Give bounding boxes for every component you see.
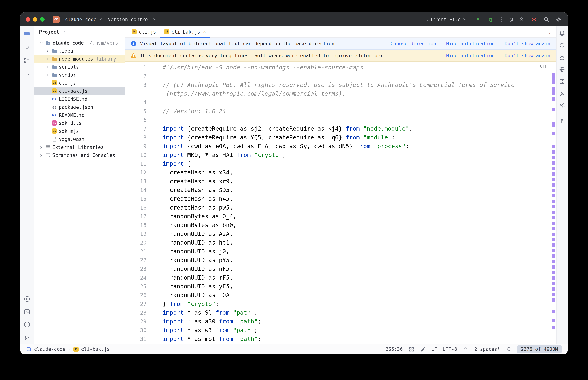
banner-link-hide-notification[interactable]: Hide notification [446,53,495,58]
shield-icon[interactable] [506,346,511,352]
js-file-icon: JS [73,347,79,352]
line-number: 29 [125,317,146,326]
version-control-menu[interactable]: Version control [105,16,159,23]
code-line: 27} from "crypto"; [125,300,556,308]
more-tools-icon[interactable]: ⋯ [23,71,31,78]
tab-close-icon[interactable]: × [203,29,206,35]
tree-item-yoga-wasm[interactable]: yoga.wasm [34,135,125,143]
line-number: 7 [125,124,146,133]
project-menu[interactable]: claude-code [62,16,105,23]
tree-item-external-libraries[interactable]: External Libraries [34,143,125,151]
banner-link-choose-direction[interactable]: Choose direction [390,41,436,46]
tree-item-package-json[interactable]: {}package.json [34,103,125,111]
plugins-grid-icon[interactable] [558,78,566,85]
memory-indicator[interactable]: 2376 of 4900M [517,345,562,353]
search-icon[interactable] [543,16,550,23]
caret-position-widget[interactable]: 266:36 [385,346,403,352]
indent-widget[interactable]: 2 spaces* [474,346,500,352]
code-line: 28import * as Sl from "path"; [125,308,556,317]
changed-lines-mark [552,293,555,296]
tree-item-scratches-and-consoles[interactable]: Scratches and Consoles [34,151,125,159]
line-separator-widget[interactable]: LF [431,346,437,352]
banner-link-don-t-show-again[interactable]: Don't show again [505,53,550,58]
banner-link-don-t-show-again[interactable]: Don't show again [505,41,550,46]
tree-item-idea[interactable]: .idea [34,47,125,55]
settings-gear-icon[interactable] [555,16,562,23]
activity-bar-bottom [23,295,31,341]
breadcrumb-file[interactable]: cli-bak.js [81,346,110,352]
markdown-file-icon: M↓ [52,96,57,102]
banner-link-hide-notification[interactable]: Hide notification [446,41,495,46]
collaboration-users-icon[interactable] [558,102,566,109]
line-number: 22 [125,256,146,265]
endpoints-globe-icon[interactable] [558,66,566,73]
code-line: 16 createHash as pw5, [125,203,556,212]
keyword-token: import [163,327,187,334]
tree-item-node-modules[interactable]: node_moduleslibrary [34,55,125,63]
info-icon: i [130,40,136,46]
tree-item-cli-bak-js[interactable]: JScli-bak.js [34,87,125,95]
run-tool-icon[interactable] [23,295,31,303]
tree-item-readme-md[interactable]: M↓README.md [34,111,125,119]
code-token: ; [406,143,409,150]
project-tool-folder-icon[interactable] [23,30,31,37]
pen-slash-icon[interactable] [420,346,425,352]
red-asterisk-icon[interactable] [530,16,538,23]
mention-at-icon[interactable]: @ [510,17,513,22]
tree-item-claude-code[interactable]: claude-code~/.nvm/vers [34,39,125,47]
grid-widget-icon[interactable] [408,346,414,352]
folder-icon [52,64,57,70]
sync-refresh-icon[interactable] [558,42,566,49]
tree-item-sdk-mjs[interactable]: JSsdk.mjs [34,127,125,135]
tree-item-vendor[interactable]: vendor [34,71,125,79]
more-kebab-icon[interactable]: ⋮ [499,16,505,23]
commit-tool-icon[interactable] [23,43,31,51]
zoom-button[interactable] [40,17,45,21]
external-libraries-icon [45,144,51,150]
problems-tool-icon[interactable] [23,321,31,328]
code-token: randomUUID as A2A, [163,230,233,237]
breadcrumb-project[interactable]: claude-code [34,346,65,352]
project-panel-header[interactable]: Project [34,26,125,38]
debug-bug-icon[interactable] [487,16,494,23]
code-token: randomUUID as j0A [163,292,229,299]
highlighting-level-label[interactable]: OFF [540,64,547,69]
changed-lines-mark [552,276,555,280]
tree-item-license-md[interactable]: M↓LICENSE.md [34,95,125,103]
tab-cli-bak-js[interactable]: JScli-bak.js× [160,26,210,37]
tree-item-cli-js[interactable]: JScli.js [34,79,125,87]
line-number: 26 [125,291,146,300]
notifications-bell-icon[interactable] [558,30,566,37]
code-text: import * as Sl from "path"; [163,308,258,317]
git-branch-icon[interactable] [23,334,31,341]
close-button[interactable] [26,17,30,21]
changed-lines-mark [552,73,555,84]
tab-cli-js[interactable]: JScli.js [127,26,160,37]
editor[interactable]: 1#!/usr/bin/env -S node --no-warnings --… [125,62,556,344]
maven-tool-icon[interactable]: M [558,117,566,125]
keyword-token: from [219,336,236,342]
changed-lines-mark [552,310,555,313]
code-line: 17 randomBytes as O_4, [125,212,556,221]
tab-options-kebab-icon[interactable]: ⋮ [547,28,552,35]
encoding-widget[interactable]: UTF-8 [443,346,457,352]
tree-item-sdk-d-ts[interactable]: TSsdk.d.ts [34,119,125,127]
warning-banner-links: Hide notificationDon't show again [436,53,550,58]
tree-label: sdk.d.ts [59,120,82,126]
run-configuration-widget[interactable]: Current File [423,16,469,23]
lock-icon[interactable] [463,346,468,352]
keyword-token: from [215,327,233,334]
comment-token: // (c) Anthropic PBC. All rights reserve… [163,81,515,88]
database-icon[interactable] [558,54,566,61]
code-text: randomUUID as rF5, [163,273,233,282]
terminal-tool-icon[interactable] [23,308,31,315]
run-play-icon[interactable] [474,16,482,23]
code-token: MK9, * as HA1 [187,152,237,158]
minimize-button[interactable] [33,17,37,21]
string-token: "node:module" [363,125,409,132]
user-icon[interactable] [518,16,525,23]
error-stripe[interactable] [551,62,556,344]
structure-tool-icon[interactable] [23,57,31,64]
tree-item-scripts[interactable]: scripts [34,63,125,71]
profile-user-icon[interactable] [558,90,566,97]
